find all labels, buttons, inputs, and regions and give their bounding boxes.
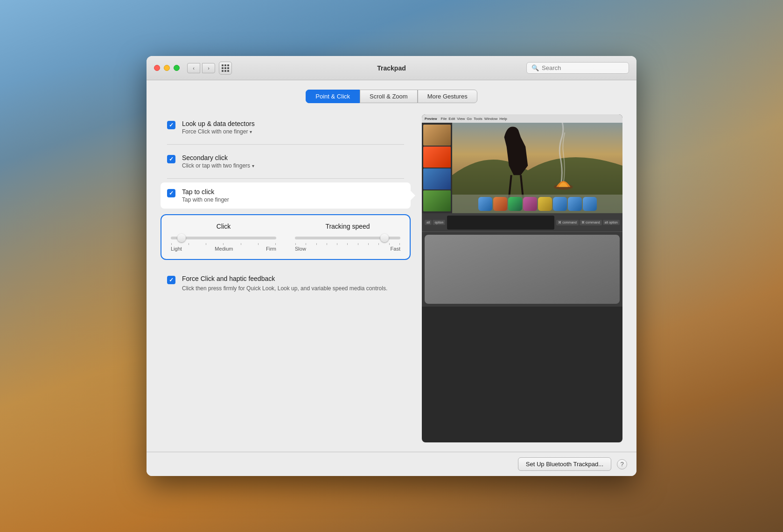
close-button[interactable] [154,65,160,71]
content-area: ✓ Look up & data detectors Force Click w… [161,114,622,442]
dock-icon-6 [553,197,567,211]
tracking-label-slow: Slow [295,246,306,252]
force-click-text: Force Click and haptic feedback Click th… [182,275,404,293]
tracking-slider-ticks [295,243,400,245]
lookup-checkbox[interactable]: ✓ [167,121,175,129]
click-label-medium: Medium [215,246,233,252]
click-label-firm: Firm [266,246,276,252]
dock-icon-2 [493,197,507,211]
tracking-slider-thumb[interactable] [380,234,389,242]
dock-icon-5 [538,197,552,211]
search-bar[interactable]: 🔍 [526,62,629,74]
maximize-button[interactable] [174,65,180,71]
grid-icon [222,64,229,72]
key-alt: alt [425,220,432,225]
thumbnail-1 [423,125,451,146]
tracking-slider-labels: Slow Fast [295,246,400,252]
check-icon: ✓ [169,277,174,283]
force-click-description: Click then press firmly for Quick Look, … [182,284,404,293]
lookup-setting: ✓ Look up & data detectors Force Click w… [161,114,411,140]
keyboard-row: alt option ⌘ command ⌘ command alt optio… [422,213,622,232]
key-option-right: alt option [603,220,620,225]
key-command: ⌘ command [556,220,579,225]
force-click-checkbox[interactable]: ✓ [167,276,175,284]
click-slider-labels: Light Medium Firm [171,246,276,252]
tracking-slider-track[interactable] [295,237,400,239]
search-input[interactable] [542,64,624,71]
lookup-text: Look up & data detectors Force Click wit… [182,120,404,135]
check-icon: ✓ [169,122,174,128]
preview-sidebar [422,123,452,213]
click-slider-ticks [171,243,276,245]
sliders-section: Click Light Medium Firm [161,214,411,260]
tap-to-click-text: Tap to click Tap with one finger [182,188,404,203]
divider-1 [167,144,404,145]
grid-view-button[interactable] [219,62,232,75]
traffic-lights [154,65,180,71]
tracking-slider-group: Tracking speed Slow Fast [295,223,400,252]
secondary-click-setting: ✓ Secondary click Click or tap with two … [161,148,411,175]
trackpad-surface [425,235,620,304]
preview-main-image [452,123,622,213]
keyboard-area: alt option ⌘ command ⌘ command alt optio… [422,213,622,307]
minimize-button[interactable] [164,65,170,71]
click-slider-track[interactable] [171,237,276,239]
tab-scroll-zoom[interactable]: Scroll & Zoom [360,90,418,103]
check-icon: ✓ [169,190,174,196]
click-label-light: Light [171,246,182,252]
click-slider-group: Click Light Medium Firm [171,223,276,252]
lookup-subtitle[interactable]: Force Click with one finger ▾ [182,128,404,135]
tap-to-click-checkbox[interactable]: ✓ [167,189,175,197]
dock-icon-7 [568,197,582,211]
bluetooth-trackpad-button[interactable]: Set Up Bluetooth Trackpad... [518,457,611,471]
tap-to-click-title: Tap to click [182,188,404,196]
preview-menubar: Preview File Edit View Go Tools Window H… [422,114,622,123]
dock-icon-8 [583,197,597,211]
click-slider-thumb[interactable] [177,234,186,242]
secondary-click-text: Secondary click Click or tap with two fi… [182,154,404,169]
thumbnail-3 [423,168,451,189]
titlebar: ‹ › Trackpad 🔍 [147,56,636,80]
preview-image: Preview File Edit View Go Tools Window H… [422,114,622,442]
forward-button[interactable]: › [202,63,215,73]
tracking-slider-title: Tracking speed [325,223,370,230]
divider-2 [167,178,404,179]
secondary-click-title: Secondary click [182,154,404,161]
tap-to-click-setting: ✓ Tap to click Tap with one finger [161,182,411,209]
back-button[interactable]: ‹ [187,63,200,73]
window-title: Trackpad [377,64,405,72]
settings-list: ✓ Look up & data detectors Force Click w… [161,114,411,442]
secondary-click-subtitle[interactable]: Click or tap with two fingers ▾ [182,162,404,169]
tap-to-click-subtitle: Tap with one finger [182,196,404,203]
key-command-right: ⌘ command [580,220,602,225]
lookup-title: Look up & data detectors [182,120,404,127]
tracking-label-fast: Fast [391,246,400,252]
tab-bar: Point & Click Scroll & Zoom More Gesture… [161,90,622,103]
dock-icon-4 [523,197,537,211]
dock-icon-1 [478,197,492,211]
force-click-setting: ✓ Force Click and haptic feedback Click … [161,269,411,298]
help-button[interactable]: ? [617,459,627,469]
system-preferences-window: ‹ › Trackpad 🔍 Point & Click Scroll & Zo… [147,56,636,476]
chevron-down-icon: ▾ [252,163,254,168]
preview-content [422,123,622,213]
tab-point-click[interactable]: Point & Click [306,90,360,103]
thumbnail-2 [423,147,451,168]
bottom-bar: Set Up Bluetooth Trackpad... ? [147,452,636,476]
secondary-click-checkbox[interactable]: ✓ [167,155,175,163]
preview-dock [452,195,622,213]
tab-more-gestures[interactable]: More Gestures [418,90,477,103]
nav-buttons: ‹ › [187,63,215,73]
chevron-down-icon: ▾ [250,129,252,134]
search-icon: 🔍 [531,64,539,71]
thumbnail-4 [423,190,451,211]
main-content: Point & Click Scroll & Zoom More Gesture… [147,80,636,452]
check-icon: ✓ [169,156,174,162]
click-slider-title: Click [217,223,231,230]
preview-panel: Preview File Edit View Go Tools Window H… [422,114,622,442]
key-option: option [433,220,445,225]
dock-icon-3 [508,197,522,211]
force-click-title: Force Click and haptic feedback [182,275,404,282]
